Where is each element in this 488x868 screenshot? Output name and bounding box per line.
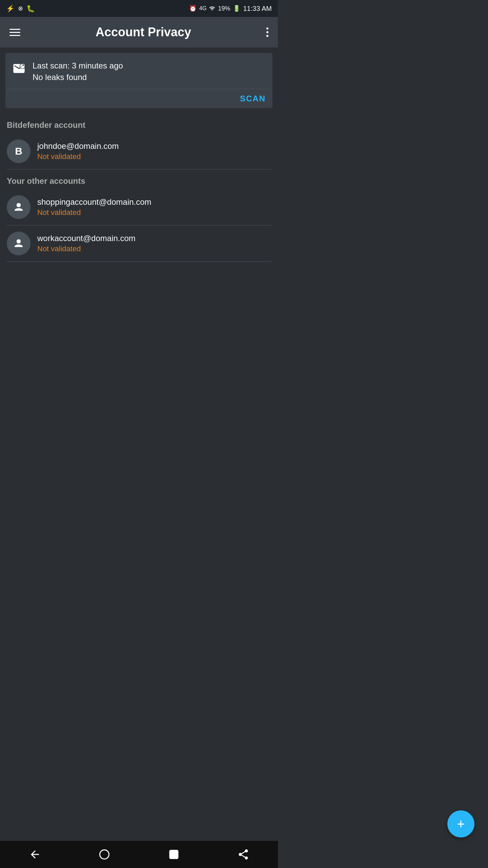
bitdefender-avatar-letter: B bbox=[15, 145, 22, 157]
scan-envelope-icon bbox=[12, 62, 26, 78]
other-accounts-section-title: Your other accounts bbox=[0, 170, 278, 189]
battery-percent: 19% bbox=[218, 5, 230, 12]
menu-button[interactable] bbox=[7, 26, 23, 39]
shopping-validation-status: Not validated bbox=[37, 208, 271, 217]
bitdefender-avatar: B bbox=[7, 139, 30, 163]
shopping-account-info: shoppingaccount@domain.com Not validated bbox=[37, 197, 271, 217]
work-account-info: workaccount@domain.com Not validated bbox=[37, 234, 271, 253]
bitdefender-section-title: Bitdefender account bbox=[0, 114, 278, 133]
scan-button-row: SCAN bbox=[5, 89, 272, 108]
bitdefender-email: johndoe@domain.com bbox=[37, 141, 271, 151]
status-icons-left: ⚡ ⊗ 🐛 bbox=[6, 4, 35, 13]
scan-button[interactable]: SCAN bbox=[240, 94, 266, 103]
scan-last-time: Last scan: 3 minutes ago bbox=[33, 61, 266, 71]
scan-info: Last scan: 3 minutes ago No leaks found bbox=[33, 61, 266, 82]
shopping-email: shoppingaccount@domain.com bbox=[37, 197, 271, 207]
bitdefender-account-info: johndoe@domain.com Not validated bbox=[37, 141, 271, 161]
signal-label: 4G bbox=[199, 5, 206, 12]
scan-card: Last scan: 3 minutes ago No leaks found … bbox=[5, 53, 272, 108]
bitdefender-validation-status: Not validated bbox=[37, 152, 271, 161]
status-icons-right: ⏰ 4G 19% 🔋 11:33 AM bbox=[189, 5, 272, 13]
scan-result-status: No leaks found bbox=[33, 73, 266, 82]
work-avatar bbox=[7, 232, 30, 255]
time-display: 11:33 AM bbox=[243, 5, 272, 13]
shopping-avatar bbox=[7, 195, 30, 219]
status-bar: ⚡ ⊗ 🐛 ⏰ 4G 19% 🔋 11:33 AM bbox=[0, 0, 278, 17]
usb-icon: ⚡ bbox=[6, 4, 15, 13]
work-divider bbox=[7, 261, 271, 262]
work-email: workaccount@domain.com bbox=[37, 234, 271, 243]
privacy-icon: ⊗ bbox=[18, 5, 23, 12]
scan-card-content: Last scan: 3 minutes ago No leaks found bbox=[5, 53, 272, 89]
alarm-icon: ⏰ bbox=[189, 5, 197, 12]
work-account-item[interactable]: workaccount@domain.com Not validated bbox=[0, 225, 278, 261]
more-options-button[interactable] bbox=[264, 25, 271, 40]
signal-bars-icon bbox=[209, 5, 215, 12]
bug-icon: 🐛 bbox=[26, 4, 35, 13]
bitdefender-account-item[interactable]: B johndoe@domain.com Not validated bbox=[0, 133, 278, 169]
battery-icon: 🔋 bbox=[233, 5, 240, 12]
work-validation-status: Not validated bbox=[37, 244, 271, 253]
page-title: Account Privacy bbox=[23, 25, 264, 39]
shopping-account-item[interactable]: shoppingaccount@domain.com Not validated bbox=[0, 189, 278, 225]
app-bar: Account Privacy bbox=[0, 17, 278, 47]
